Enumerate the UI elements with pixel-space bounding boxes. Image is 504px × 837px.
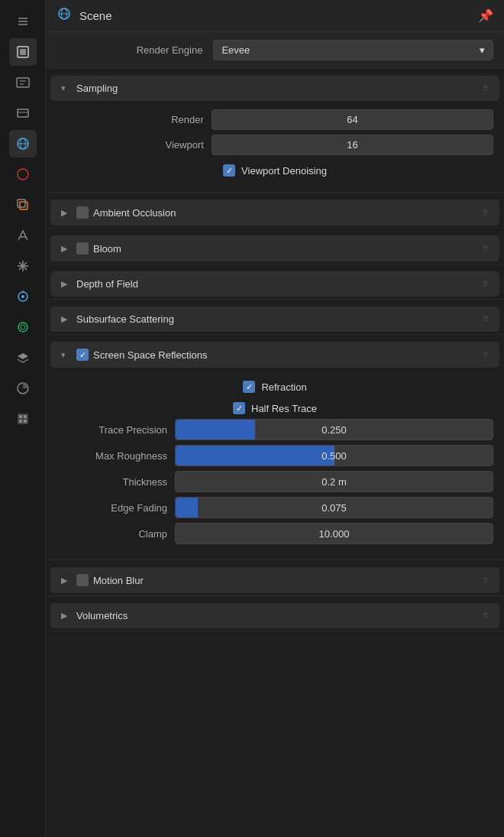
half-res-trace-label: Half Res Trace [251,403,317,414]
ssr-dots: ⠿ [483,351,489,359]
edge-fading-value: 0.075 [176,502,493,514]
thickness-field-wrapper: 0.2 m [175,471,493,492]
sss-title: Subsurface Scattering [76,313,174,325]
render-value[interactable]: 64 [212,109,493,130]
pin-icon[interactable]: 📌 [478,8,493,23]
mb-toggle[interactable] [76,574,89,586]
dof-collapse-arrow: ▶ [61,279,72,289]
sidebar-icon-render[interactable] [9,38,37,66]
dof-header[interactable]: ▶ Depth of Field ⠿ [50,271,499,297]
bloom-header[interactable]: ▶ Bloom ⠿ [50,235,499,261]
sidebar-icon-physics[interactable] [9,283,37,310]
render-engine-label: Render Engine [57,44,213,56]
clamp-field[interactable]: 10.000 [175,523,493,544]
sidebar-icon-object[interactable] [9,191,37,219]
viewport-denoising-row: Viewport Denoising [57,160,493,181]
thickness-value: 0.2 m [321,476,347,488]
sidebar-icon-modifier[interactable] [9,222,37,249]
mb-dots: ⠿ [483,576,489,585]
motion-blur-header[interactable]: ▶ Motion Blur ⠿ [50,567,499,593]
svg-rect-30 [19,420,22,423]
max-roughness-field[interactable]: 0.500 [175,445,493,466]
sidebar-icon-world[interactable] [9,161,37,188]
ambient-occlusion-header[interactable]: ▶ Ambient Occlusion ⠿ [50,200,499,225]
trace-precision-field[interactable]: 0.250 [175,419,493,440]
clamp-value: 10.000 [319,528,350,540]
vol-dots: ⠿ [483,612,489,620]
clamp-row: Clamp 10.000 [57,523,493,544]
svg-rect-28 [19,415,22,418]
render-engine-row: Render Engine Eevee ▾ [46,32,504,69]
sidebar-icon-data[interactable] [9,344,37,371]
thickness-field[interactable]: 0.2 m [175,471,493,492]
mb-title: Motion Blur [93,575,144,586]
main-content: Scene 📌 Render Engine Eevee ▾ ▾ Sampling… [46,0,504,837]
sampling-panel-header[interactable]: ▾ Sampling ⠿ [50,76,499,101]
viewport-value[interactable]: 16 [212,135,493,155]
sidebar-icon-material[interactable] [9,375,37,402]
render-engine-select[interactable]: Eevee ▾ [213,40,493,60]
sampling-panel: ▾ Sampling ⠿ Render 64 Viewport 16 Viewp… [46,73,504,193]
sidebar [0,0,46,837]
svg-point-13 [18,169,28,180]
bloom-title: Bloom [93,243,121,255]
header-title: Scene [79,9,470,22]
sidebar-icon-particles[interactable] [9,252,37,280]
refraction-checkbox[interactable] [243,381,255,393]
dof-dots: ⠿ [483,280,489,288]
viewport-denoising-label: Viewport Denoising [241,165,327,177]
ssr-header[interactable]: ▾ Screen Space Reflections ⠿ [50,342,499,368]
bloom-panel: ▶ Bloom ⠿ [46,233,504,264]
sidebar-icon-scene[interactable] [9,130,37,157]
sidebar-icon-output[interactable] [9,69,37,96]
viewport-label: Viewport [57,139,212,151]
edge-fading-field-wrapper: 0.075 [175,497,493,518]
sss-collapse-arrow: ▶ [61,314,72,324]
max-roughness-label: Max Roughness [57,450,175,462]
motion-blur-panel: ▶ Motion Blur ⠿ [46,565,504,596]
chevron-down-icon: ▾ [480,44,485,56]
half-res-trace-checkbox[interactable] [233,402,245,414]
max-roughness-value: 0.500 [176,450,493,462]
ao-toggle[interactable] [76,206,89,219]
svg-rect-15 [18,200,25,207]
max-roughness-field-wrapper: 0.500 [175,445,493,466]
sss-header[interactable]: ▶ Subsurface Scattering ⠿ [50,307,499,332]
ssr-collapse-arrow: ▾ [61,350,72,360]
ssr-toggle[interactable] [76,349,89,361]
svg-rect-8 [18,109,28,117]
ao-collapse-arrow: ▶ [61,208,72,218]
viewport-field-row: Viewport 16 [57,135,493,155]
clamp-label: Clamp [57,528,175,540]
thickness-row: Thickness 0.2 m [57,471,493,492]
edge-fading-row: Edge Fading 0.075 [57,497,493,518]
sidebar-icon-tools[interactable] [9,8,37,35]
trace-precision-field-wrapper: 0.250 [175,419,493,440]
sidebar-icon-viewlayer[interactable] [9,99,37,127]
svg-point-22 [21,295,24,298]
viewport-denoising-checkbox[interactable] [223,164,235,177]
bloom-toggle[interactable] [76,242,89,255]
svg-point-24 [18,323,27,332]
mb-collapse-arrow: ▶ [61,576,72,586]
clamp-field-wrapper: 10.000 [175,523,493,544]
max-roughness-row: Max Roughness 0.500 [57,445,493,466]
header: Scene 📌 [46,0,504,32]
sidebar-icon-render-result[interactable] [9,405,37,433]
svg-rect-31 [24,420,27,423]
ssr-title: Screen Space Reflections [93,349,208,361]
svg-rect-5 [17,78,29,87]
sss-dots: ⠿ [483,315,489,323]
render-field-row: Render 64 [57,109,493,130]
ao-dots: ⠿ [483,209,489,217]
refraction-row: Refraction [57,376,493,397]
sampling-collapse-arrow: ▾ [61,83,72,93]
edge-fading-field[interactable]: 0.075 [175,497,493,518]
scene-icon [57,6,72,25]
sidebar-icon-constraints[interactable] [9,313,37,341]
trace-precision-value: 0.250 [176,424,493,436]
edge-fading-label: Edge Fading [57,502,175,514]
volumetrics-header[interactable]: ▶ Volumetrics ⠿ [50,603,499,628]
trace-precision-label: Trace Precision [57,424,175,436]
bloom-collapse-arrow: ▶ [61,244,72,254]
